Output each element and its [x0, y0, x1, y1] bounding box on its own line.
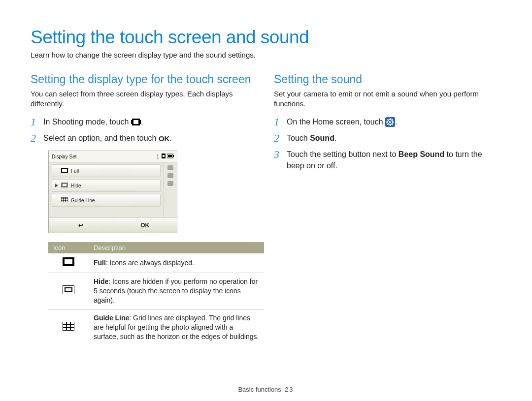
svg-line-37: [392, 124, 393, 125]
right-step-3: 3 Touch the setting button next to Beep …: [274, 149, 501, 171]
svg-rect-2: [131, 120, 133, 124]
camera-header-counter: 1: [156, 154, 159, 159]
step-text: Touch: [287, 134, 310, 142]
option-label: Hide: [71, 183, 81, 188]
step-bold: Beep Sound: [399, 150, 444, 158]
table-desc: Guide Line: Grid lines are displayed. Th…: [89, 309, 264, 345]
full-icon: [48, 253, 89, 273]
right-step-2: 2 Touch Sound.: [274, 132, 501, 144]
step-number: 1: [274, 114, 279, 130]
full-icon: [61, 168, 68, 174]
step-text: Touch the setting button next to: [287, 150, 399, 158]
svg-line-38: [392, 120, 393, 121]
left-step-2: 2 Select an option, and then touch OK.: [31, 132, 258, 144]
left-column: Setting the display type for the touch s…: [31, 73, 258, 345]
battery-icon: [167, 154, 174, 159]
step-number: 3: [274, 147, 279, 162]
right-heading: Setting the sound: [274, 73, 501, 86]
icon-description-table: Icon Description Full: Icons are always …: [48, 242, 264, 345]
left-steps-list: 1 In Shooting mode, touch . 2 Select an …: [31, 116, 258, 144]
hide-icon: [48, 273, 89, 309]
step-bold: Sound: [310, 134, 334, 142]
current-selection-icon: [55, 184, 58, 187]
svg-rect-24: [63, 322, 74, 331]
svg-point-31: [389, 121, 391, 123]
step-number: 2: [31, 130, 36, 146]
left-step-1: 1 In Shooting mode, touch .: [31, 116, 258, 127]
gear-icon: [385, 117, 395, 127]
camera-option-full[interactable]: Full: [52, 164, 161, 177]
side-icon: [167, 165, 173, 170]
svg-line-39: [388, 124, 389, 125]
back-icon: ↩: [78, 222, 83, 229]
ok-label: OK: [140, 222, 149, 229]
side-icon: [167, 173, 173, 178]
side-icon: [167, 181, 173, 186]
camera-body: Full Hide Guide Line: [49, 162, 177, 217]
svg-line-36: [388, 120, 389, 121]
manual-page: Setting the touch screen and sound Learn…: [0, 0, 532, 401]
camera-footer: ↩ OK: [49, 217, 177, 233]
table-head-icon: Icon: [48, 242, 89, 253]
camera-back-button[interactable]: ↩: [49, 218, 113, 233]
step-text: In Shooting mode, touch: [43, 118, 131, 126]
step-number: 1: [31, 114, 36, 130]
svg-rect-10: [62, 169, 67, 172]
table-desc: Full: Icons are always displayed.: [89, 253, 264, 273]
svg-rect-23: [65, 288, 72, 292]
camera-header-title: Display Set: [52, 154, 156, 159]
display-icon: [131, 119, 141, 125]
camera-ok-button[interactable]: OK: [113, 218, 177, 233]
option-label: Full: [71, 168, 79, 174]
page-title: Setting the touch screen and sound: [31, 27, 501, 48]
memory-icon: [161, 154, 166, 159]
svg-rect-12: [62, 184, 67, 186]
camera-side-icons: [164, 162, 177, 217]
step-number: 2: [274, 130, 279, 146]
table-row: Hide: Icons are hidden if you perform no…: [48, 273, 264, 309]
table-row: Guide Line: Grid lines are displayed. Th…: [48, 309, 264, 345]
camera-option-guideline[interactable]: Guide Line: [52, 194, 161, 207]
svg-rect-21: [72, 260, 74, 264]
left-heading: Setting the display type for the touch s…: [31, 73, 258, 86]
step-tail: .: [169, 134, 171, 142]
table-desc: Hide: Icons are hidden if you perform no…: [89, 273, 264, 309]
left-desc: You can select from three screen display…: [31, 89, 258, 109]
grid-icon: [61, 197, 68, 203]
svg-rect-19: [65, 259, 72, 264]
svg-rect-20: [63, 260, 65, 264]
camera-header: Display Set 1: [49, 151, 177, 162]
camera-options-list: Full Hide Guide Line: [49, 162, 164, 217]
right-step-1: 1 On the Home screen, touch .: [274, 116, 501, 127]
table-row: Full: Icons are always displayed.: [48, 253, 264, 273]
right-steps-list: 1 On the Home screen, touch . 2 Touch So…: [274, 116, 501, 172]
camera-screenshot: Display Set 1 Full: [48, 151, 177, 233]
step-tail: .: [395, 118, 397, 126]
step-tail: .: [334, 134, 336, 142]
option-label: Guide Line: [71, 198, 95, 203]
right-column: Setting the sound Set your camera to emi…: [274, 73, 501, 345]
step-text: On the Home screen, touch: [287, 118, 385, 126]
svg-rect-22: [63, 285, 74, 294]
right-desc: Set your camera to emit or not emit a so…: [274, 89, 501, 109]
page-intro: Learn how to change the screen display t…: [31, 51, 501, 59]
content-columns: Setting the display type for the touch s…: [31, 73, 501, 345]
grid-icon: [48, 309, 89, 345]
footer-section-name: Basic functions: [238, 386, 281, 393]
svg-rect-13: [61, 197, 68, 202]
step-text: Select an option, and then touch: [43, 134, 159, 142]
svg-rect-8: [168, 155, 172, 157]
svg-rect-5: [163, 155, 165, 157]
step-tail: .: [141, 118, 143, 126]
table-head-desc: Description: [89, 242, 264, 253]
camera-option-hide[interactable]: Hide: [52, 179, 161, 192]
svg-rect-7: [173, 155, 174, 157]
footer-page-number: 23: [285, 386, 294, 393]
hide-icon: [61, 183, 68, 188]
svg-rect-1: [133, 120, 138, 124]
ok-text-icon: OK: [159, 133, 170, 144]
page-footer: Basic functions 23: [0, 386, 532, 393]
